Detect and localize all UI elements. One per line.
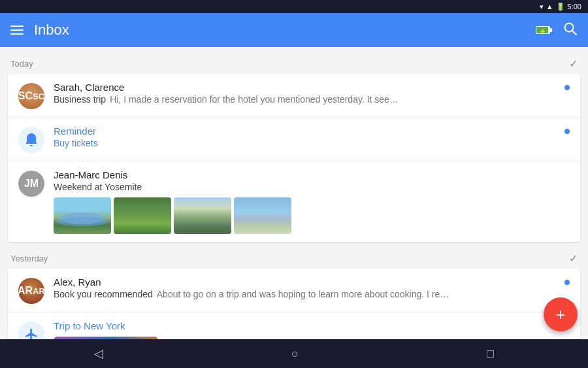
email-content-reminder: Reminder Buy tickets: [54, 125, 570, 148]
email-row-sarah[interactable]: SC Sarah, Clarence Business trip Hi, I m…: [8, 74, 580, 118]
email-header-alex: Alex, Ryan: [54, 276, 570, 288]
yosemite-thumb-4: [234, 197, 291, 234]
section-yesterday: Yesterday ✓ AR Alex, Ryan Book you recom…: [8, 247, 580, 339]
email-row-reminder[interactable]: Reminder Buy tickets: [8, 118, 580, 161]
email-content-alex: Alex, Ryan Book you recommended About to…: [54, 276, 570, 299]
yosemite-thumb-2: [114, 197, 171, 234]
avatar-reminder: [18, 127, 44, 153]
app-bar: Inbox ⚡: [0, 13, 588, 47]
section-label-yesterday: Yesterday: [10, 254, 48, 263]
yesterday-card: AR Alex, Ryan Book you recommended About…: [8, 269, 580, 339]
menu-button[interactable]: [10, 25, 24, 35]
section-label-today: Today: [10, 59, 33, 69]
subject-jean: Weekend at Yosemite: [54, 182, 142, 192]
home-button[interactable]: ○: [291, 347, 299, 361]
recents-button[interactable]: □: [487, 347, 494, 361]
avatar-alex: AR: [18, 278, 44, 304]
email-row-jean[interactable]: JM Jean-Marc Denis Weekend at Yosemite: [8, 161, 580, 242]
section-done-icon-yesterday[interactable]: ✓: [569, 252, 578, 265]
section-done-icon-today[interactable]: ✓: [569, 58, 578, 70]
search-button[interactable]: [563, 22, 578, 39]
email-content-sarah: Sarah, Clarence Business trip Hi, I made…: [54, 82, 570, 105]
svg-rect-2: [550, 28, 552, 32]
subject-reminder: Buy tickets: [54, 138, 98, 148]
bundle-dot-reminder: [564, 129, 570, 134]
back-button[interactable]: ◁: [94, 346, 103, 361]
sender-reminder: Reminder: [54, 125, 96, 137]
sender-jean: Jean-Marc Denis: [54, 169, 127, 180]
preview-alex: About to go on a trip and was hoping to …: [157, 289, 451, 299]
section-today: Today ✓ SC Sarah, Clarence Business trip…: [8, 52, 580, 242]
status-icons: ▾ ▲ 🔋 5:00: [540, 3, 581, 11]
email-header-sarah: Sarah, Clarence: [54, 82, 570, 93]
wifi-icon: ▾: [540, 3, 544, 11]
app-bar-left: Inbox: [10, 22, 69, 39]
sender-sarah: Sarah, Clarence: [54, 82, 124, 93]
subject-sarah: Business trip: [54, 94, 106, 105]
app-title: Inbox: [34, 22, 69, 39]
preview-sarah: Hi, I made a reservation for the hotel y…: [110, 94, 404, 105]
yosemite-image-strip: [54, 197, 570, 234]
email-row-trip[interactable]: Trip to New York Trip to New York June 1…: [8, 312, 580, 339]
bottom-nav: ◁ ○ □: [0, 339, 588, 368]
today-card: SC Sarah, Clarence Business trip Hi, I m…: [8, 74, 580, 242]
email-content-jean: Jean-Marc Denis Weekend at Yosemite: [54, 169, 570, 234]
svg-line-5: [572, 31, 576, 35]
svg-text:⚡: ⚡: [539, 27, 547, 35]
email-subject-reminder: Buy tickets: [54, 138, 570, 148]
bundle-dot-alex: [564, 280, 570, 285]
email-subject-jean: Weekend at Yosemite: [54, 182, 570, 192]
inbox-content: Today ✓ SC Sarah, Clarence Business trip…: [0, 47, 588, 339]
email-header-trip: Trip to New York: [54, 320, 570, 331]
email-content-trip: Trip to New York Trip to New York June 1…: [54, 320, 570, 339]
section-header-today: Today ✓: [8, 52, 580, 74]
avatar-sarah: SC: [18, 83, 44, 109]
avatar-trip: [18, 322, 44, 339]
time-display: 5:00: [568, 3, 581, 10]
avatar-jean: JM: [18, 171, 44, 197]
app-bar-right: ⚡: [536, 22, 578, 39]
email-row-alex[interactable]: AR Alex, Ryan Book you recommended About…: [8, 269, 580, 312]
bundle-dot-sarah: [564, 85, 570, 90]
fab-icon: +: [555, 306, 565, 323]
signal-icon: ▲: [546, 3, 553, 10]
subject-alex: Book you recommended: [54, 289, 153, 299]
section-header-yesterday: Yesterday ✓: [8, 247, 580, 269]
battery-charging-icon: ⚡: [536, 25, 553, 35]
status-bar: ▾ ▲ 🔋 5:00: [0, 0, 588, 13]
sender-trip: Trip to New York: [54, 320, 125, 331]
yosemite-thumb-3: [174, 197, 231, 234]
email-header-jean: Jean-Marc Denis: [54, 169, 570, 180]
email-header-reminder: Reminder: [54, 125, 570, 137]
yosemite-thumb-1: [54, 197, 111, 234]
sender-alex: Alex, Ryan: [54, 276, 101, 288]
email-subject-sarah: Business trip Hi, I made a reservation f…: [54, 94, 570, 105]
email-subject-alex: Book you recommended About to go on a tr…: [54, 289, 570, 299]
compose-fab[interactable]: +: [544, 297, 578, 331]
battery-icon: 🔋: [556, 3, 565, 11]
